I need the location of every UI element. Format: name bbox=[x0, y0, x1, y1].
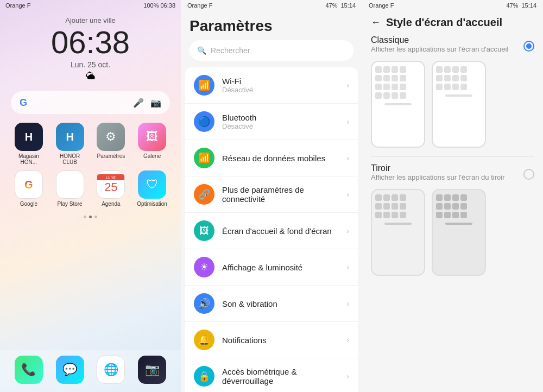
t-dots-5 bbox=[436, 203, 482, 210]
microphone-icon[interactable]: 🎤 bbox=[133, 98, 144, 108]
pd bbox=[444, 75, 451, 81]
display-label: Affichage & luminosité bbox=[222, 263, 339, 272]
pd bbox=[400, 75, 406, 81]
camera-search-icon[interactable]: 📷 bbox=[150, 98, 161, 108]
settings-item-mobile-data[interactable]: 📶 Réseau de données mobiles › bbox=[185, 140, 358, 176]
style-content: Classique Afficher les applications sur … bbox=[362, 35, 543, 392]
chrome-icon: 🌐 bbox=[97, 356, 125, 384]
home-screen-settings-icon: 🖼 bbox=[194, 220, 214, 241]
connectivity-icon: 🔗 bbox=[194, 184, 214, 205]
bluetooth-icon: 🔵 bbox=[194, 111, 214, 132]
settings-app-label: Paramètres bbox=[97, 153, 125, 159]
app-gallery[interactable]: 🖼 Galerie bbox=[134, 123, 170, 165]
google-icon: G bbox=[15, 170, 43, 199]
app-honor-store[interactable]: H Magasin HON... bbox=[11, 123, 47, 165]
home-time: 06:38 bbox=[160, 2, 175, 9]
pd bbox=[392, 75, 398, 81]
classique-radio[interactable] bbox=[523, 41, 534, 52]
pd bbox=[383, 75, 390, 81]
settings-panel: Orange F 47% 15:14 Paramètres 🔍 Recherch… bbox=[181, 0, 362, 392]
t-dots-3 bbox=[375, 212, 421, 218]
settings-status-right: 47% 15:14 bbox=[325, 2, 356, 9]
pd bbox=[383, 84, 390, 90]
gallery-icon: 🖼 bbox=[138, 123, 166, 151]
t-dots-6 bbox=[436, 212, 482, 218]
wifi-text: Wi-Fi Désactivé bbox=[222, 77, 339, 94]
notifications-icon: 🔔 bbox=[194, 330, 214, 350]
preview-dots-6 bbox=[436, 75, 482, 81]
sound-icon: 🔊 bbox=[194, 293, 214, 314]
tiroir-bottom-bar-2 bbox=[445, 223, 472, 225]
tpd bbox=[400, 194, 406, 201]
pd bbox=[452, 66, 459, 73]
pd bbox=[383, 92, 390, 99]
tiroir-name: Tiroir bbox=[371, 163, 504, 173]
page-dots bbox=[0, 216, 181, 218]
wifi-icon: 📶 bbox=[194, 75, 214, 96]
style-time: 15:14 bbox=[521, 2, 536, 9]
app-play-store[interactable]: ▶ Play Store bbox=[52, 170, 88, 207]
preview-dots-3 bbox=[375, 84, 421, 90]
dock-phone[interactable]: 📞 bbox=[11, 356, 47, 384]
pd bbox=[444, 66, 451, 73]
home-carrier: Orange F bbox=[5, 2, 30, 9]
pd bbox=[392, 66, 398, 73]
gallery-label: Galerie bbox=[143, 153, 161, 159]
dock-chrome[interactable]: 🌐 bbox=[93, 356, 129, 384]
back-button[interactable]: ← bbox=[371, 17, 381, 28]
settings-carrier: Orange F bbox=[187, 2, 212, 9]
home-status-right: 100% 06:38 bbox=[143, 2, 175, 9]
tpd bbox=[460, 212, 467, 218]
mobile-data-text: Réseau de données mobiles bbox=[222, 154, 339, 163]
phone-icon: 📞 bbox=[15, 356, 43, 384]
style-header: ← Style d'écran d'accueil bbox=[362, 11, 543, 35]
dock-camera[interactable]: 📷 bbox=[134, 356, 170, 384]
sound-text: Son & vibration bbox=[222, 299, 339, 308]
dot-3 bbox=[94, 216, 97, 218]
app-calendar[interactable]: Lundi 25 Agenda bbox=[93, 170, 129, 207]
connectivity-chevron: › bbox=[346, 190, 349, 199]
settings-item-notifications[interactable]: 🔔 Notifications › bbox=[185, 322, 358, 358]
settings-item-bluetooth[interactable]: 🔵 Bluetooth Désactivé › bbox=[185, 104, 358, 140]
tiroir-radio[interactable] bbox=[523, 169, 534, 180]
settings-item-connectivity[interactable]: 🔗 Plus de paramètres de connectivité › bbox=[185, 176, 358, 213]
app-shield[interactable]: 🛡 Optimisation bbox=[134, 170, 170, 207]
settings-item-biometric[interactable]: 🔒 Accès biométrique & déverrouillage › bbox=[185, 358, 358, 392]
settings-app-icon: ⚙ bbox=[97, 123, 125, 151]
pd bbox=[375, 84, 382, 90]
pd bbox=[400, 66, 406, 73]
home-clock: 06:38 bbox=[0, 27, 181, 58]
sound-label: Son & vibration bbox=[222, 299, 339, 308]
app-google[interactable]: G Google bbox=[11, 170, 47, 207]
settings-item-wifi[interactable]: 📶 Wi-Fi Désactivé › bbox=[185, 67, 358, 104]
tiroir-bottom-bar bbox=[384, 223, 412, 225]
preview-bottom-bar bbox=[384, 103, 412, 105]
settings-item-display[interactable]: ☀ Affichage & luminosité › bbox=[185, 249, 358, 286]
play-store-icon: ▶ bbox=[56, 170, 84, 199]
google-label: Google bbox=[20, 201, 37, 207]
classique-preview-2 bbox=[432, 61, 486, 148]
settings-item-sound[interactable]: 🔊 Son & vibration › bbox=[185, 286, 358, 322]
search-bar[interactable]: G 🎤 📷 bbox=[11, 91, 170, 114]
settings-item-home-screen[interactable]: 🖼 Écran d'accueil & fond d'écran › bbox=[185, 213, 358, 249]
tiroir-header-row: Tiroir Afficher les applications sur l'é… bbox=[371, 163, 534, 185]
pd bbox=[375, 75, 382, 81]
tpd bbox=[452, 194, 459, 201]
biometric-text: Accès biométrique & déverrouillage bbox=[222, 367, 339, 385]
app-settings[interactable]: ⚙ Paramètres bbox=[93, 123, 129, 165]
app-honor-club[interactable]: H HONOR CLUB bbox=[52, 123, 88, 165]
dock-messages[interactable]: 💬 bbox=[52, 356, 88, 384]
calendar-label: Agenda bbox=[102, 201, 120, 207]
pd bbox=[375, 92, 382, 99]
wifi-status: Désactivé bbox=[222, 86, 339, 94]
settings-search-bar[interactable]: 🔍 Rechercher bbox=[190, 40, 353, 61]
pd bbox=[400, 92, 406, 99]
mobile-data-label: Réseau de données mobiles bbox=[222, 154, 339, 163]
honor-store-icon: H bbox=[15, 123, 43, 151]
tiroir-preview-2 bbox=[432, 189, 486, 276]
style-option-classique: Classique Afficher les applications sur … bbox=[371, 35, 534, 148]
pd bbox=[383, 66, 390, 73]
tpd bbox=[444, 203, 451, 210]
preview-dots-5 bbox=[436, 66, 482, 73]
classique-header-row: Classique Afficher les applications sur … bbox=[371, 35, 534, 56]
